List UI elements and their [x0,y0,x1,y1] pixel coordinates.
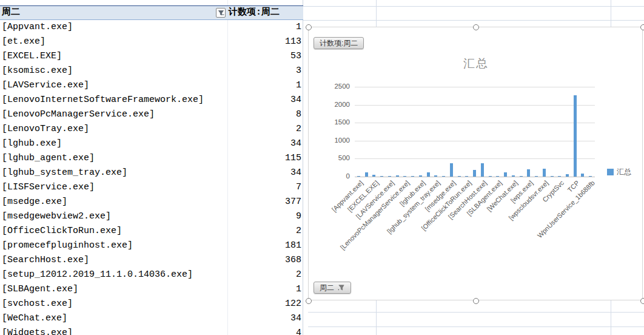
row-name-cell[interactable]: [lghub.exe] [2,137,62,151]
bar [434,175,437,177]
row-value-cell[interactable]: 368 [285,253,301,268]
row-value-cell[interactable]: 8 [296,107,301,122]
row-name-cell[interactable]: [LenovoInternetSoftwareFramework.exe] [2,93,204,107]
row-value-cell[interactable]: 3 [296,64,301,78]
bar [496,176,499,177]
bar [450,163,453,177]
selection-handle[interactable] [306,24,312,30]
row-name-cell[interactable]: [Widgets.exe] [2,326,73,335]
row-value-cell[interactable]: 9 [296,209,301,224]
table-row[interactable]: [lghub_agent.exe]115 [0,151,303,166]
row-value-cell[interactable]: 1 [296,78,301,93]
pivot-chart[interactable]: 计数项:周二 汇总 05001000150020002500[Appvant.e… [308,27,643,300]
bar [458,176,461,177]
table-row[interactable]: [LenovoTray.exe]2 [0,122,303,137]
bar [481,163,484,177]
row-name-cell[interactable]: [LAVService.exe] [2,78,89,93]
table-row[interactable]: [svchost.exe]122 [0,297,303,311]
row-value-cell[interactable]: 2 [296,268,301,282]
row-value-cell[interactable]: 115 [285,151,301,166]
selection-handle[interactable] [640,24,644,30]
row-name-cell[interactable]: [OfficeClickToRun.exe] [2,224,122,239]
bar [489,176,492,177]
chart-value-field-button[interactable]: 计数项:周二 [314,37,364,49]
chart-axis-field-button[interactable]: 周二 [314,282,351,294]
row-name-cell[interactable]: [LenovoPcManagerService.exe] [2,107,155,122]
row-name-cell[interactable]: [promecefpluginhost.exe] [2,239,133,253]
row-name-cell[interactable]: [Appvant.exe] [2,20,73,35]
table-row[interactable]: [Appvant.exe]1 [0,20,303,35]
table-row[interactable]: [LAVService.exe]1 [0,78,303,93]
table-row[interactable]: [lghub.exe]34 [0,137,303,151]
table-row[interactable]: [EXCEL.EXE]53 [0,49,303,64]
table-row[interactable]: [promecefpluginhost.exe]181 [0,239,303,253]
row-name-cell[interactable]: [lghub_agent.exe] [2,151,95,166]
chart-gridline [355,158,595,159]
row-name-cell[interactable]: [EXCEL.EXE] [2,49,62,64]
bar [535,176,538,177]
table-row[interactable]: [lghub_system_tray.exe]34 [0,166,303,180]
row-name-cell[interactable]: [setup_12012.2019_11.1.0.14036.exe] [2,268,193,282]
row-value-cell[interactable]: 53 [290,49,301,64]
row-value-cell[interactable]: 1 [296,282,301,297]
row-value-cell[interactable]: 2 [296,224,301,239]
legend-swatch [607,169,614,175]
pivot-table: 周二 计数项:周二 [Appvant.exe]1[et.exe]113[EXCE… [0,0,303,335]
row-value-cell[interactable]: 377 [285,195,301,209]
row-value-cell[interactable]: 34 [290,93,301,107]
row-value-cell[interactable]: 34 [290,137,301,151]
bar [396,175,399,177]
row-name-cell[interactable]: [LenovoTray.exe] [2,122,89,137]
selection-handle[interactable] [306,298,312,304]
table-row[interactable]: [msedgewebview2.exe]9 [0,209,303,224]
row-name-cell[interactable]: [msedge.exe] [2,195,67,209]
row-value-cell[interactable]: 122 [285,297,301,311]
row-value-cell[interactable]: 1 [296,20,301,35]
selection-handle[interactable] [640,298,644,304]
row-name-cell[interactable]: [LISFService.exe] [2,180,95,195]
autofilter-funnel-icon[interactable] [216,8,226,18]
bar [558,176,561,177]
row-name-cell[interactable]: [et.exe] [2,35,45,49]
axis-filter-funnel-icon [337,284,345,292]
row-value-cell[interactable]: 2 [296,122,301,137]
row-name-cell[interactable]: [WeChat.exe] [2,311,67,326]
row-value-cell[interactable]: 113 [285,35,301,49]
table-row[interactable]: [LenovoPcManagerService.exe]8 [0,107,303,122]
table-row[interactable]: [SLBAgent.exe]1 [0,282,303,297]
bar [403,176,406,177]
bar [419,175,422,177]
row-value-cell[interactable]: 34 [290,166,301,180]
row-name-cell[interactable]: [ksomisc.exe] [2,64,73,78]
selection-handle[interactable] [473,298,479,304]
selection-handle[interactable] [473,24,479,30]
table-row[interactable]: [LenovoInternetSoftwareFramework.exe]34 [0,93,303,107]
table-row[interactable]: [SearchHost.exe]368 [0,253,303,268]
row-value-cell[interactable]: 4 [296,326,301,335]
table-row[interactable]: [setup_12012.2019_11.1.0.14036.exe]2 [0,268,303,282]
bar [527,169,530,177]
table-row[interactable]: [msedge.exe]377 [0,195,303,209]
table-row[interactable]: [et.exe]113 [0,35,303,49]
table-row[interactable]: [WeChat.exe]34 [0,311,303,326]
sheet-gridline [303,20,644,21]
table-row[interactable]: [Widgets.exe]4 [0,326,303,335]
y-axis-tick-label: 0 [310,172,350,180]
pivot-rows: [Appvant.exe]1[et.exe]113[EXCEL.EXE]53[k… [0,20,303,335]
bar [465,176,468,177]
sheet-gridline [303,6,644,7]
bar [357,176,360,177]
table-row[interactable]: [OfficeClickToRun.exe]2 [0,224,303,239]
row-name-cell[interactable]: [svchost.exe] [2,297,73,311]
table-row[interactable]: [LISFService.exe]7 [0,180,303,195]
sheet-gridline [376,300,377,335]
chart-gridline [355,123,595,123]
row-name-cell[interactable]: [SLBAgent.exe] [2,282,78,297]
row-name-cell[interactable]: [msedgewebview2.exe] [2,209,111,224]
table-row[interactable]: [ksomisc.exe]3 [0,64,303,78]
row-name-cell[interactable]: [SearchHost.exe] [2,253,89,268]
row-value-cell[interactable]: 34 [290,311,301,326]
row-value-cell[interactable]: 181 [285,239,301,253]
row-name-cell[interactable]: [lghub_system_tray.exe] [2,166,127,180]
row-value-cell[interactable]: 7 [296,180,301,195]
